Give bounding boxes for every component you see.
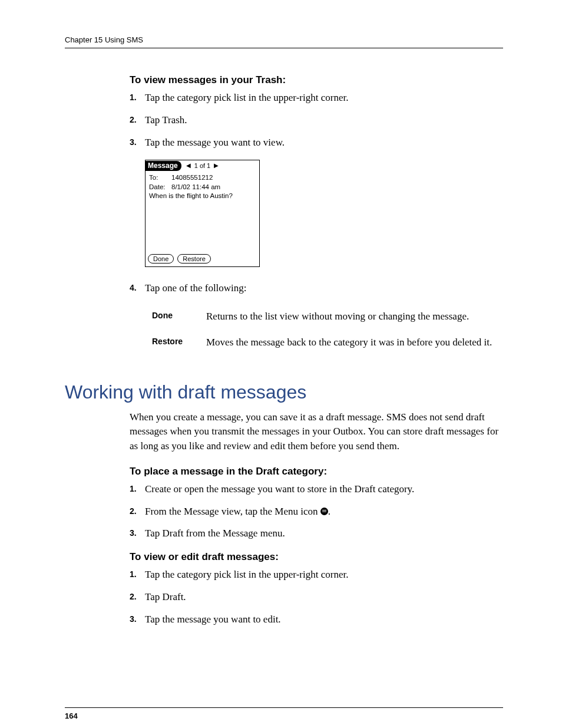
- drafts-view-heading: To view or edit draft messages:: [130, 551, 503, 563]
- drafts-place-steps: 1.Create or open the message you want to…: [130, 482, 503, 541]
- drafts-place-heading: To place a message in the Draft category…: [130, 466, 503, 477]
- palm-screenshot: Message ◀ 1 of 1 ▶ To:14085551212 Date:8…: [145, 160, 260, 267]
- trash-steps: 1.Tap the category pick list in the uppe…: [130, 91, 503, 149]
- step-text: Tap the message you want to edit.: [145, 612, 503, 627]
- step-text: Tap Draft from the Message menu.: [145, 526, 503, 541]
- palm-body: To:14085551212 Date:8/1/02 11:44 am When…: [146, 171, 259, 252]
- desc-done: Returns to the list view without moving …: [206, 306, 492, 332]
- definition-table: Done Returns to the list view without mo…: [152, 306, 492, 358]
- next-arrow-icon[interactable]: ▶: [214, 163, 219, 169]
- term-done: Done: [152, 306, 206, 332]
- menu-icon: [320, 508, 328, 515]
- palm-titlebar: Message ◀ 1 of 1 ▶: [146, 160, 259, 171]
- step-number: 3.: [130, 136, 145, 150]
- term-restore: Restore: [152, 332, 206, 358]
- to-label: To:: [149, 173, 168, 183]
- step-text: Tap Trash.: [145, 113, 503, 127]
- table-row: Restore Moves the message back to the ca…: [152, 332, 492, 358]
- step-text: Tap one of the following:: [145, 281, 503, 295]
- done-button[interactable]: Done: [148, 254, 174, 263]
- desc-restore: Moves the message back to the category i…: [206, 332, 492, 358]
- prev-arrow-icon[interactable]: ◀: [186, 163, 191, 169]
- step-number: 2.: [130, 113, 145, 127]
- step-number: 3.: [130, 526, 145, 541]
- step-text: Tap the message you want to view.: [145, 136, 503, 150]
- step-number: 3.: [130, 612, 145, 627]
- page-number: 164: [65, 708, 503, 720]
- trash-step4: 4.Tap one of the following:: [130, 281, 503, 295]
- step-text: Create or open the message you want to s…: [145, 482, 503, 496]
- drafts-intro: When you create a message, you can save …: [130, 410, 503, 454]
- drafts-view-steps: 1.Tap the category pick list in the uppe…: [130, 568, 503, 626]
- step-text: Tap the category pick list in the upper-…: [145, 91, 503, 105]
- step-number: 4.: [130, 281, 145, 295]
- restore-button[interactable]: Restore: [177, 254, 211, 263]
- trash-heading: To view messages in your Trash:: [130, 74, 503, 86]
- date-value: 8/1/02 11:44 am: [171, 183, 220, 192]
- palm-title: Message: [146, 161, 181, 171]
- step-number: 2.: [130, 505, 145, 519]
- message-body: When is the flight to Austin?: [149, 192, 256, 201]
- step-text: From the Message view, tap the Menu icon…: [145, 505, 503, 519]
- step-number: 1.: [130, 91, 145, 105]
- date-label: Date:: [149, 183, 168, 192]
- step-number: 1.: [130, 568, 145, 582]
- step-text: Tap the category pick list in the upper-…: [145, 568, 503, 582]
- step-text: Tap Draft.: [145, 590, 503, 604]
- step-number: 2.: [130, 590, 145, 604]
- step-number: 1.: [130, 482, 145, 496]
- running-header: Chapter 15 Using SMS: [65, 35, 503, 48]
- to-value: 14085551212: [171, 173, 213, 183]
- palm-counter: 1 of 1: [194, 162, 211, 169]
- table-row: Done Returns to the list view without mo…: [152, 306, 492, 332]
- section-title: Working with draft messages: [65, 381, 503, 403]
